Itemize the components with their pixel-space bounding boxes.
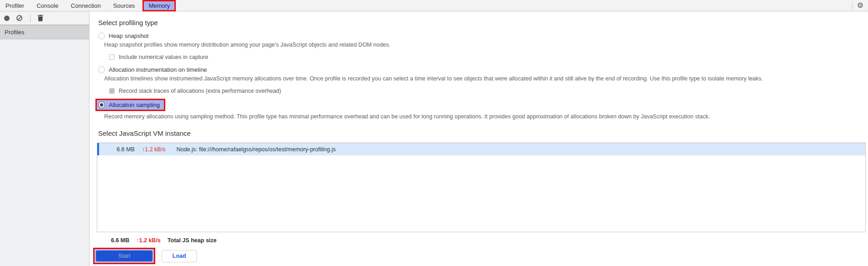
tab-profiler[interactable]: Profiler bbox=[5, 2, 24, 9]
profiling-type-heading: Select profiling type bbox=[98, 19, 868, 27]
option-allocation-timeline: Allocation instrumentation on timeline A… bbox=[98, 66, 868, 94]
sidebar-item-profiles[interactable]: Profiles bbox=[0, 25, 89, 39]
trash-icon[interactable] bbox=[37, 15, 43, 21]
vm-instance-row[interactable]: 6.6 MB ↑1.2 kB/s Node.js: file:///home/r… bbox=[97, 143, 865, 155]
heap-snapshot-radio[interactable] bbox=[98, 32, 105, 39]
toolbar-divider bbox=[852, 2, 852, 9]
allocation-timeline-description: Allocation timelines show instrumented J… bbox=[104, 75, 868, 82]
profiles-toolbar bbox=[0, 11, 89, 25]
allocation-timeline-radio[interactable] bbox=[98, 66, 105, 73]
tabbar-right-controls: ⚙ bbox=[852, 2, 868, 9]
heap-snapshot-label: Heap snapshot bbox=[109, 32, 148, 39]
toolbar-divider bbox=[30, 14, 31, 22]
panel-tab-bar: Profiler Console Connection Sources Memo… bbox=[0, 0, 868, 11]
gear-icon[interactable]: ⚙ bbox=[857, 2, 863, 9]
memory-panel-main: Select profiling type Heap snapshot Heap… bbox=[89, 11, 868, 266]
load-button[interactable]: Load bbox=[162, 250, 197, 262]
allocation-sampling-description: Record memory allocations using sampling… bbox=[104, 113, 868, 120]
allocation-timeline-label: Allocation instrumentation on timeline bbox=[109, 66, 207, 73]
record-icon[interactable] bbox=[4, 16, 10, 21]
tab-connection[interactable]: Connection bbox=[71, 2, 101, 9]
allocation-sampling-annotation-box: Allocation sampling bbox=[95, 99, 165, 111]
tab-sources[interactable]: Sources bbox=[113, 2, 135, 9]
heap-snapshot-description: Heap snapshot profiles show memory distr… bbox=[104, 42, 868, 48]
allocation-sampling-radio[interactable] bbox=[98, 101, 105, 108]
summary-label: Total JS heap size bbox=[168, 237, 216, 244]
start-button[interactable]: Start bbox=[96, 250, 153, 261]
include-numerical-values-row: Include numerical values in capture bbox=[109, 54, 868, 60]
allocation-sampling-label: Allocation sampling bbox=[109, 101, 160, 108]
profiles-sidebar: Profiles bbox=[0, 11, 89, 266]
heap-summary-row: 6.6 MB ↑1.2 kB/s Total JS heap size bbox=[111, 237, 868, 244]
vm-instance-list: 6.6 MB ↑1.2 kB/s Node.js: file:///home/r… bbox=[97, 143, 866, 232]
option-allocation-sampling: Allocation sampling Record memory alloca… bbox=[98, 94, 868, 120]
record-stack-traces-label: Record stack traces of allocations (extr… bbox=[119, 88, 281, 94]
option-heap-snapshot: Heap snapshot Heap snapshot profiles sho… bbox=[98, 32, 868, 60]
vm-heap-rate-value: 1.2 kB/s bbox=[145, 146, 165, 153]
vm-instance-name: Node.js: file:///home/rafaelgss/repos/os… bbox=[176, 146, 336, 153]
summary-heap-size: 6.6 MB bbox=[111, 237, 129, 244]
vm-heap-size: 6.6 MB bbox=[113, 146, 135, 153]
include-numerical-values-checkbox[interactable] bbox=[109, 54, 115, 60]
vm-instance-heading: Select JavaScript VM instance bbox=[98, 129, 868, 137]
start-button-annotation-box: Start bbox=[93, 248, 155, 264]
tab-memory[interactable]: Memory bbox=[142, 0, 176, 11]
vm-heap-rate: ↑1.2 kB/s bbox=[142, 146, 165, 153]
vm-instance-section: Select JavaScript VM instance 6.6 MB ↑1.… bbox=[98, 129, 868, 264]
clear-icon[interactable] bbox=[16, 15, 22, 21]
include-numerical-values-label: Include numerical values in capture bbox=[119, 54, 208, 60]
action-buttons-row: Start Load bbox=[93, 248, 868, 264]
panel-content: Profiles Select profiling type Heap snap… bbox=[0, 11, 868, 266]
tab-console[interactable]: Console bbox=[37, 2, 58, 9]
record-stack-traces-row: ✓ Record stack traces of allocations (ex… bbox=[109, 88, 868, 94]
summary-heap-rate-value: 1.2 kB/s bbox=[139, 237, 161, 244]
record-stack-traces-checkbox[interactable]: ✓ bbox=[109, 88, 115, 94]
summary-heap-rate: ↑1.2 kB/s bbox=[136, 237, 161, 244]
